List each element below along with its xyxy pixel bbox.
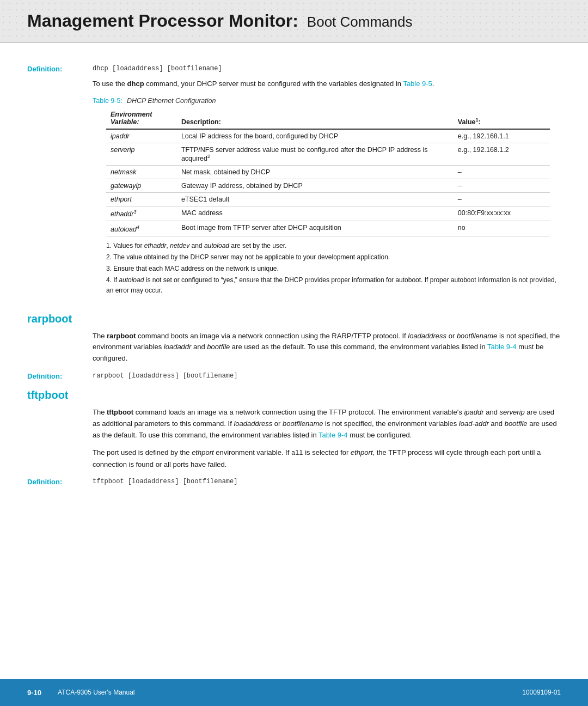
rarpboot-code: rarpboot [loadaddress] [bootfilename] (93, 372, 237, 380)
table-cell-description: Net mask, obtained by DHCP (177, 166, 454, 179)
table-9-5-link[interactable]: Table 9-5 (403, 80, 432, 88)
table-cell-value: – (454, 179, 550, 193)
rarpboot-para: The rarpboot command boots an image via … (93, 331, 561, 364)
tftpboot-content: The tftpboot command loads an image via … (93, 407, 561, 470)
dhcp-code: dhcp [loadaddress] [bootfilename] (93, 65, 222, 72)
definition-label-tftpboot: Definition: (27, 478, 93, 486)
rarpboot-definition-row: Definition: rarpboot [loadaddress] [boot… (27, 372, 561, 380)
header-title: Management Processor Monitor: Boot Comma… (27, 11, 561, 31)
rarpboot-section: rarpboot The rarpboot command boots an i… (27, 313, 561, 380)
table-cell-variable: ethport (106, 193, 177, 206)
page-footer: 9-10 ATCA-9305 User's Manual 10009109-01 (0, 679, 588, 706)
table-cell-variable: ipaddr (106, 129, 177, 143)
tftpboot-table-link1[interactable]: Table 9-4 (318, 431, 347, 439)
table-row: netmaskNet mask, obtained by DHCP– (106, 166, 550, 179)
table-row: gatewayipGateway IP address, obtained by… (106, 179, 550, 193)
footnote-item: 1. Values for ethaddr, netdev and autolo… (106, 241, 561, 251)
rarpboot-content: The rarpboot command boots an image via … (93, 331, 561, 364)
table-cell-description: Local IP address for the board, configur… (177, 129, 454, 143)
table-cell-value: no (454, 221, 550, 236)
page-header: Management Processor Monitor: Boot Comma… (0, 0, 588, 43)
dhcp-desc-para: To use the dhcp command, your DHCP serve… (93, 78, 561, 89)
table-cell-description: Gateway IP address, obtained by DHCP (177, 179, 454, 193)
main-content: Definition: dhcp [loadaddress] [bootfile… (0, 43, 588, 535)
footer-manual-title: ATCA-9305 User's Manual (58, 689, 522, 696)
table-cell-description: TFTP/NFS server address value must be co… (177, 143, 454, 166)
rarpboot-heading: rarpboot (27, 313, 561, 325)
definition-label-rarpboot: Definition: (27, 372, 93, 380)
tftpboot-heading: tftpboot (27, 389, 561, 401)
table-cell-value: 00:80:F9:xx:xx:xx (454, 206, 550, 221)
tftpboot-code: tftpboot [loadaddress] [bootfilename] (93, 478, 237, 485)
table-cell-value: – (454, 193, 550, 206)
dhcp-desc-text2: . (432, 80, 434, 88)
page-title-sub: Boot Commands (307, 14, 413, 31)
definition-label-dhcp: Definition: (27, 65, 93, 73)
tftpboot-section: tftpboot The tftpboot command loads an i… (27, 389, 561, 486)
col-header-description: Description: (177, 108, 454, 129)
table-cell-variable: serverip (106, 143, 177, 166)
table-cell-description: Boot image from TFTP server after DHCP a… (177, 221, 454, 236)
table-cell-variable: autoload4 (106, 221, 177, 236)
dhcp-table: EnvironmentVariable: Description: Value1… (106, 108, 550, 236)
dhcp-desc-text1: To use the dhcp command, your DHCP serve… (93, 80, 403, 88)
rarpboot-table-link[interactable]: Table 9-4 (487, 343, 516, 351)
table-row: ipaddrLocal IP address for the board, co… (106, 129, 550, 143)
table-caption-text: DHCP Ethernet Configuration (127, 97, 216, 105)
footer-part-number: 10009109-01 (522, 689, 561, 696)
table-caption-label: Table 9-5: (93, 97, 122, 105)
dhcp-description: To use the dhcp command, your DHCP serve… (93, 78, 561, 89)
tftpboot-definition-row: Definition: tftpboot [loadaddress] [boot… (27, 478, 561, 486)
table-caption-row: Table 9-5: DHCP Ethernet Configuration (93, 97, 561, 105)
dhcp-definition-row: Definition: dhcp [loadaddress] [bootfile… (27, 65, 561, 73)
table-cell-variable: ethaddr3 (106, 206, 177, 221)
table-cell-description: eTSEC1 default (177, 193, 454, 206)
table-footnotes: 1. Values for ethaddr, netdev and autolo… (106, 241, 561, 296)
table-header-row: EnvironmentVariable: Description: Value1… (106, 108, 550, 129)
footnote-item: 4. If autoload is not set or configured … (106, 275, 561, 296)
table-cell-value: e.g., 192.168.1.1 (454, 129, 550, 143)
table-row: autoload4Boot image from TFTP server aft… (106, 221, 550, 236)
col-header-variable: EnvironmentVariable: (106, 108, 177, 129)
footnote-item: 3. Ensure that each MAC address on the n… (106, 264, 561, 274)
footnote-item: 2. The value obtained by the DHCP server… (106, 252, 561, 263)
table-cell-value: – (454, 166, 550, 179)
table-row: serveripTFTP/NFS server address value mu… (106, 143, 550, 166)
table-cell-variable: gatewayip (106, 179, 177, 193)
table-row: ethporteTSEC1 default– (106, 193, 550, 206)
table-cell-variable: netmask (106, 166, 177, 179)
table-cell-description: MAC address (177, 206, 454, 221)
table-row: ethaddr3MAC address00:80:F9:xx:xx:xx (106, 206, 550, 221)
footer-page-number: 9-10 (27, 689, 41, 697)
page-title-main: Management Processor Monitor: (27, 11, 298, 31)
table-cell-value: e.g., 192.168.1.2 (454, 143, 550, 166)
tftpboot-para2: The port used is defined by the ethport … (93, 447, 561, 470)
col-header-value: Value1: (454, 108, 550, 129)
tftpboot-para1: The tftpboot command loads an image via … (93, 407, 561, 441)
